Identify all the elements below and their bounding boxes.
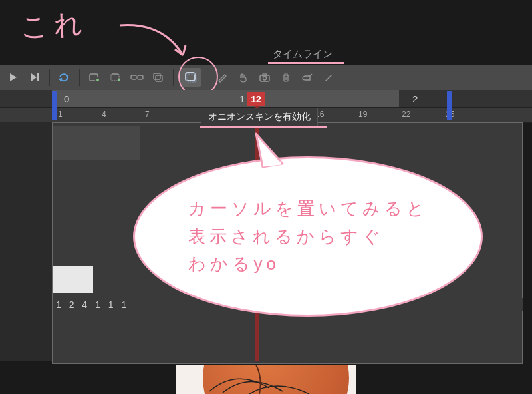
separator [49, 69, 50, 86]
bubble-line: カーソルを置いてみると [188, 195, 428, 223]
annotation-underline-tab [268, 62, 344, 64]
timeline-layer-panel[interactable] [0, 122, 52, 361]
tab-timeline-label[interactable]: タイムライン [273, 48, 332, 61]
layer-clip[interactable] [53, 126, 140, 160]
tick: 22 [402, 110, 410, 119]
tick: 1 [58, 110, 63, 119]
separator [207, 69, 207, 86]
link-frames-button[interactable] [128, 68, 146, 87]
svg-rect-7 [156, 75, 162, 81]
annotation-underline-tooltip [200, 126, 327, 128]
tick: 7 [145, 110, 150, 119]
frame-number-header[interactable]: 0 1 2 [0, 90, 532, 107]
header-num-1: 1 [239, 93, 245, 104]
new-frame-button[interactable] [85, 68, 104, 87]
play-button[interactable] [4, 68, 23, 87]
screenshot-root: これ タイムライン [0, 0, 532, 394]
pen-tool-button[interactable] [319, 68, 338, 87]
canvas-preview [176, 365, 356, 394]
loop-button[interactable] [55, 68, 74, 87]
camera-button[interactable] [255, 68, 274, 87]
tick: 4 [102, 110, 106, 119]
svg-rect-0 [37, 73, 39, 81]
playhead-frame-flag[interactable]: 12 [247, 92, 265, 106]
timeline-toolbar [0, 65, 532, 90]
tick: 19 [358, 110, 367, 119]
annotation-speech-bubble: カーソルを置いてみると 表示されるからすぐ わかるyo [133, 156, 483, 317]
out-point-marker[interactable] [447, 91, 452, 120]
svg-rect-5 [138, 75, 143, 79]
separator [79, 69, 80, 86]
annotation-bubble-tail [253, 130, 293, 170]
hand-tool-button[interactable] [234, 68, 253, 87]
duplicate-frame-button[interactable] [149, 68, 168, 87]
onion-skin-button[interactable] [180, 68, 201, 87]
illustration-lines [176, 365, 356, 394]
layer-clip-white[interactable] [53, 266, 93, 293]
insert-frame-button[interactable] [106, 68, 125, 87]
annotation-bubble-text: カーソルを置いてみると 表示されるからすぐ わかるyo [162, 195, 455, 278]
onion-skin-tooltip: オニオンスキンを有効化 [201, 108, 318, 126]
svg-rect-4 [131, 75, 136, 79]
svg-point-11 [263, 77, 267, 80]
trash-button[interactable] [277, 68, 295, 87]
svg-rect-6 [154, 73, 160, 79]
bubble-line: わかるyo [188, 250, 428, 278]
header-num-2: 2 [412, 93, 418, 104]
step-forward-button[interactable] [25, 68, 44, 87]
in-point-marker[interactable] [52, 91, 57, 120]
separator [173, 69, 174, 86]
bubble-line: 表示されるからすぐ [188, 223, 428, 251]
annotation-arrow [116, 19, 203, 72]
edit-tool-button[interactable] [213, 68, 231, 87]
header-num-0: 0 [64, 93, 69, 104]
fill-tool-button[interactable] [298, 68, 317, 87]
annotation-kore: これ [19, 5, 89, 45]
